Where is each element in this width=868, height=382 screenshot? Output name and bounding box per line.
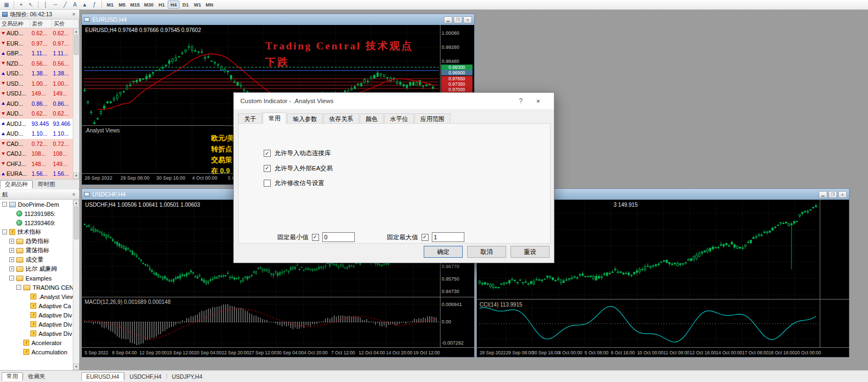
timeframe-D1[interactable]: D1 [180,1,192,9]
market-watch-row[interactable]: AUDJ...93.44593.466 [0,119,73,129]
market-watch-row[interactable]: CAD...0.72...0.72... [0,139,73,149]
restore-button[interactable]: ❐ [828,191,837,198]
shapes-icon[interactable]: ▲ [80,1,90,9]
vertical-line-icon[interactable]: │ [41,1,50,9]
indicators-icon[interactable]: ƒ [90,1,99,9]
column-bid[interactable]: 卖价 [30,20,52,28]
checkbox-checked[interactable]: ✓ [264,165,271,172]
market-watch-row[interactable]: USD...1.00...1.00... [0,79,73,89]
dialog-tab-常用[interactable]: 常用 [263,112,286,124]
text-icon[interactable]: A [70,1,80,9]
new-chart-icon[interactable]: ▦ [2,1,11,9]
navigator-tab-1[interactable]: 常用 [2,372,23,381]
tree-item[interactable]: +震荡指标 [0,246,73,255]
checkbox-checked[interactable]: ✓ [422,234,429,241]
timeframe-H1[interactable]: H1 [156,1,168,9]
expand-icon[interactable]: + [9,239,14,244]
timeframe-M5[interactable]: M5 [116,1,128,9]
close-icon[interactable]: × [71,11,77,17]
scroll-down-icon[interactable]: ▼ [73,173,79,179]
dialog-tab-应用范围[interactable]: 应用范围 [414,113,450,124]
scrollbar-thumb[interactable] [74,207,79,239]
collapse-icon[interactable]: - [16,285,21,290]
fixed-max-input[interactable] [432,232,464,242]
dialog-button-确定[interactable]: 确定 [424,246,463,258]
market-watch-row[interactable]: AUD...0.62...0.62... [0,109,73,119]
dialog-titlebar[interactable]: Custom Indicator - .Analyst Views ? × [234,93,554,109]
checkbox-checked[interactable]: ✓ [312,234,319,241]
market-watch-row[interactable]: EURA...1.56...1.56... [0,169,73,179]
expand-icon[interactable]: + [9,266,14,271]
scroll-up-icon[interactable]: ▲ [73,200,79,206]
checkbox-checked[interactable]: ✓ [264,150,271,157]
market-watch-row[interactable]: USD...1.38...1.38... [0,68,73,79]
dialog-tab-颜色[interactable]: 颜色 [360,113,384,124]
close-icon[interactable]: × [71,192,77,198]
dialog-tab-关于[interactable]: 关于 [238,113,262,124]
market-watch-tab-2[interactable]: 即时图 [33,180,60,189]
tree-item[interactable]: fAdaptive Ca [0,301,73,310]
checkbox-unchecked[interactable] [264,180,271,187]
crosshair-icon[interactable]: + [16,1,26,9]
market-watch-row[interactable]: EUR...0.97...0.97... [0,39,73,49]
tree-item[interactable]: fAdaptive Div [0,310,73,320]
market-watch-row[interactable]: AUD...0.86...0.86... [0,99,73,109]
timeframe-M1[interactable]: M1 [104,1,116,9]
navigator-scrollbar[interactable]: ▲ ▼ [73,200,79,370]
expand-icon[interactable]: + [9,248,14,253]
tree-item[interactable]: fAdaptive Div [0,320,73,329]
tree-item[interactable]: -TRADING CENTI [0,283,73,292]
market-watch-row[interactable]: AUD...0.62...0.62... [0,28,73,39]
fixed-min-input[interactable] [322,232,355,242]
chart-tab-1[interactable]: EURUSD,H4 [81,372,124,381]
help-button[interactable]: ? [513,97,529,105]
scroll-down-icon[interactable]: ▼ [73,364,79,370]
tree-item[interactable]: 112391985: [0,209,73,218]
tree-item[interactable]: +成交量 [0,255,73,264]
dialog-close-button[interactable]: × [529,97,547,105]
tree-item[interactable]: -Examples [0,273,73,283]
tree-item[interactable]: fAdaptive Div [0,329,73,338]
market-watch-row[interactable]: AUD...1.10...1.10... [0,129,73,139]
timeframe-M30[interactable]: M30 [142,1,156,9]
dialog-tab-输入参数[interactable]: 输入参数 [287,113,323,124]
dialog-tab-水平位[interactable]: 水平位 [384,113,414,124]
tree-item[interactable]: fAccumulation [0,347,73,356]
timeframe-H4[interactable]: H4 [168,1,180,9]
column-symbol[interactable]: 交易品种 [0,20,30,28]
dialog-tab-依存关系[interactable]: 依存关系 [323,113,359,124]
restore-button[interactable]: ❐ [454,16,462,23]
expand-icon[interactable]: + [9,257,14,262]
market-watch-row[interactable]: USDJ...149...149... [0,88,73,99]
scrollbar-thumb[interactable] [74,35,79,55]
timeframe-MN[interactable]: MN [203,1,215,9]
collapse-icon[interactable]: - [2,230,7,234]
tree-item[interactable]: -f技术指标 [0,227,73,237]
minimize-button[interactable]: ▁ [819,191,827,198]
trendline-icon[interactable]: ╱ [60,1,70,9]
market-watch-row[interactable]: NZD...0.56...0.56... [0,59,73,69]
tree-item[interactable]: 112393469: [0,218,73,227]
minimize-button[interactable]: ▁ [444,16,452,23]
market-watch-row[interactable]: CHFJ...148...149... [0,159,73,169]
timeframe-W1[interactable]: W1 [192,1,203,9]
column-ask[interactable]: 买价 [52,20,73,28]
close-button[interactable]: × [838,191,847,198]
dialog-button-重设[interactable]: 重设 [510,246,550,258]
collapse-icon[interactable]: - [9,276,14,281]
scroll-up-icon[interactable]: ▲ [73,28,79,35]
chart-tab-3[interactable]: USDJPY,H4 [167,372,207,381]
dialog-button-取消[interactable]: 取消 [467,246,506,258]
timeframe-M15[interactable]: M15 [128,1,142,9]
cursor-icon[interactable]: ↖ [26,1,36,9]
chart-tab-2[interactable]: USDCHF,H4 [125,372,167,381]
market-watch-row[interactable]: GBP...1.11...1.11... [0,48,73,59]
tree-item[interactable]: f.Analyst View [0,292,73,301]
tree-item[interactable]: fAccelerator [0,338,73,347]
market-watch-scrollbar[interactable]: ▲ ▼ [73,28,79,179]
tree-item[interactable]: +趋势指标 [0,237,73,246]
horizontal-line-icon[interactable]: ─ [50,1,60,9]
market-watch-tab-1[interactable]: 交易品种 [0,180,33,189]
market-watch-row[interactable]: CADJ...108...108... [0,149,73,159]
tree-item[interactable]: +比尔 威廉姆 [0,264,73,273]
